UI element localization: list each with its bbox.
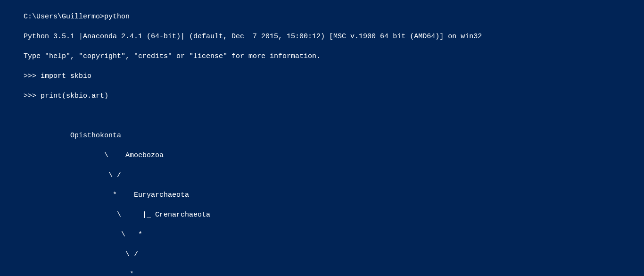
art-line: Opisthokonta	[0, 131, 644, 141]
terminal-output[interactable]: C:\Users\Guillermo>python Python 3.5.1 |…	[0, 0, 644, 276]
art-line: *	[0, 269, 644, 276]
repl-line-print: >>> print(skbio.art)	[0, 91, 644, 101]
art-line: \ /	[0, 250, 644, 259]
command-prompt-line: C:\Users\Guillermo>python	[0, 12, 644, 22]
art-line: * Euryarchaeota	[0, 190, 644, 200]
art-line: \ Amoebozoa	[0, 151, 644, 160]
art-line: \ *	[0, 230, 644, 240]
python-help-line: Type "help", "copyright", "credits" or "…	[0, 51, 644, 61]
repl-line-import: >>> import skbio	[0, 71, 644, 81]
art-line: \ /	[0, 170, 644, 180]
art-line: \ |_ Crenarchaeota	[0, 210, 644, 220]
python-version-banner: Python 3.5.1 |Anaconda 2.4.1 (64-bit)| (…	[0, 32, 644, 42]
